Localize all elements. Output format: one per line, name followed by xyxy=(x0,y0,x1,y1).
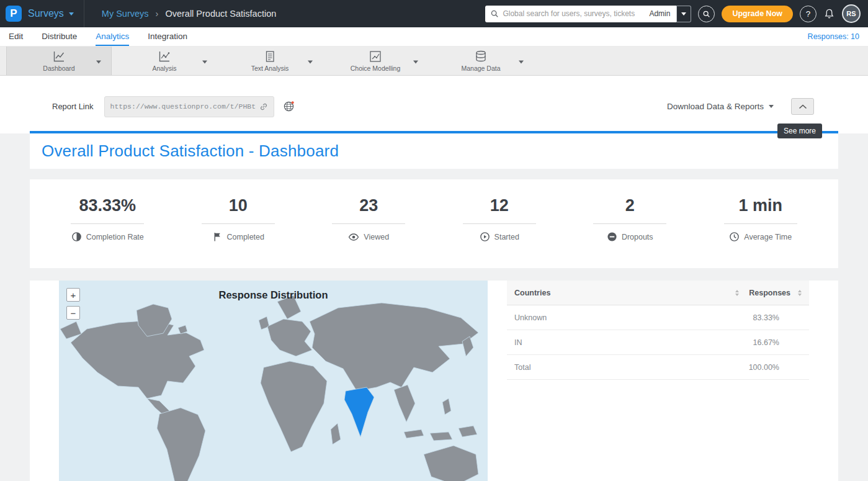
toolbar-tab-choice-modelling[interactable]: Choice Modelling xyxy=(323,47,428,75)
text-analysis-dropdown[interactable] xyxy=(305,54,315,68)
stat-dropouts: 2 Dropouts xyxy=(565,196,696,268)
column-header-responses[interactable]: Responses xyxy=(749,289,790,297)
table-row: Unknown 83.33% xyxy=(507,305,809,330)
nav-item-analytics[interactable]: Analytics xyxy=(96,27,129,46)
breadcrumb: My Surveys › Overall Product Satisfactio… xyxy=(102,9,277,19)
help-button[interactable]: ? xyxy=(800,6,817,22)
map-zoom-controls: + − xyxy=(66,288,80,320)
search-scope-label[interactable]: Admin xyxy=(649,9,671,18)
divider xyxy=(71,223,144,224)
stat-started: 12 Started xyxy=(434,196,565,268)
search-icon xyxy=(702,10,710,18)
global-search-input[interactable] xyxy=(503,9,645,18)
manage-data-dropdown[interactable] xyxy=(516,54,526,68)
search-icon xyxy=(490,9,499,18)
download-data-reports-menu[interactable]: Download Data & Reports xyxy=(667,102,774,111)
zoom-out-button[interactable]: − xyxy=(66,306,80,320)
stat-value: 12 xyxy=(434,196,565,215)
country-cell: IN xyxy=(514,338,522,347)
countries-table-header: Countries Responses xyxy=(507,281,809,305)
divider xyxy=(332,223,405,224)
chevron-down-icon xyxy=(202,61,207,64)
responses-cell: 83.33% xyxy=(753,313,779,322)
custom-domain-globe-icon[interactable] xyxy=(283,101,295,112)
manage-data-database-icon xyxy=(474,50,488,63)
divider xyxy=(463,223,536,224)
toolbar-tab-text-analysis[interactable]: Text Analysis xyxy=(217,47,323,75)
analysis-chart-icon xyxy=(158,50,171,63)
nav-item-distribute[interactable]: Distribute xyxy=(42,27,77,46)
dropouts-minus-icon xyxy=(607,232,617,242)
tab-label: Manage Data xyxy=(461,65,500,72)
collapse-panel-button[interactable] xyxy=(791,98,814,115)
download-data-reports-label: Download Data & Reports xyxy=(667,102,764,111)
world-map[interactable] xyxy=(59,281,488,481)
table-row: Total 100.00% xyxy=(507,355,809,380)
report-link-bar: Report Link https://www.questionpro.com/… xyxy=(0,76,868,133)
sort-icon[interactable] xyxy=(798,290,802,296)
responses-cell: 16.67% xyxy=(753,338,779,347)
questionpro-dashboard: { "topbar": { "logo_letter": "P", "app_n… xyxy=(0,0,868,481)
chevron-down-icon xyxy=(308,61,313,64)
advanced-search-button[interactable] xyxy=(698,6,715,22)
breadcrumb-current: Overall Product Satisfaction xyxy=(165,9,276,19)
report-url-text: https://www.questionpro.com/t/PHBt xyxy=(110,102,256,110)
stat-value: 2 xyxy=(565,196,696,215)
dashboard-dropdown[interactable] xyxy=(94,54,104,68)
surveys-menu[interactable]: Surveys xyxy=(22,0,84,27)
link-icon[interactable] xyxy=(259,102,269,112)
sort-icon[interactable] xyxy=(735,290,739,296)
completed-flag-icon xyxy=(212,232,223,242)
analysis-dropdown[interactable] xyxy=(200,54,210,68)
choice-modelling-icon xyxy=(369,50,382,63)
toolbar-tab-dashboard[interactable]: Dashboard xyxy=(6,47,112,75)
stat-label: Dropouts xyxy=(622,233,653,241)
avatar[interactable]: RS xyxy=(842,4,861,23)
viewed-eye-icon xyxy=(348,232,359,243)
toolbar-tab-analysis[interactable]: Analysis xyxy=(112,47,217,75)
stat-label: Viewed xyxy=(364,233,389,241)
country-cell: Unknown xyxy=(514,313,547,322)
stat-label: Average Time xyxy=(744,233,792,241)
breadcrumb-my-surveys[interactable]: My Surveys xyxy=(102,9,149,19)
divider xyxy=(724,223,797,224)
response-distribution-section: Response Distribution + − xyxy=(30,281,838,481)
tab-label: Choice Modelling xyxy=(351,65,401,72)
notifications-bell-icon[interactable] xyxy=(823,8,835,20)
chevron-up-icon xyxy=(799,104,807,109)
stat-completion-rate: 83.33% Completion Rate xyxy=(42,196,173,268)
nav-item-edit[interactable]: Edit xyxy=(9,27,23,46)
stat-value: 10 xyxy=(173,196,304,215)
report-url-field[interactable]: https://www.questionpro.com/t/PHBt xyxy=(104,96,274,117)
responses-count-badge: Responses: 10 xyxy=(808,32,859,41)
search-scope-dropdown[interactable] xyxy=(676,6,691,22)
upgrade-now-button[interactable]: Upgrade Now xyxy=(722,6,793,22)
questionpro-logo[interactable]: P xyxy=(6,6,22,22)
started-play-icon xyxy=(480,232,490,242)
world-map-widget[interactable]: Response Distribution + − xyxy=(59,281,488,481)
toolbar-tab-manage-data[interactable]: Manage Data xyxy=(428,47,534,75)
zoom-in-button[interactable]: + xyxy=(66,288,80,302)
map-country-india[interactable] xyxy=(344,387,374,437)
world-map-land xyxy=(60,295,478,481)
table-row: IN 16.67% xyxy=(507,330,809,355)
tab-label: Text Analysis xyxy=(251,65,289,72)
chevron-down-icon xyxy=(96,61,101,64)
survey-stats-card: 83.33% Completion Rate 10 Completed 23 xyxy=(30,179,838,268)
average-time-clock-icon xyxy=(729,232,740,242)
countries-table: Countries Responses Unknown 83.33% IN 16… xyxy=(507,281,809,481)
stat-average-time: 1 min Average Time xyxy=(696,196,826,268)
chevron-down-icon xyxy=(519,61,524,64)
survey-nav: Edit Distribute Analytics Integration Re… xyxy=(0,27,868,47)
divider xyxy=(593,223,666,224)
choice-modelling-dropdown[interactable] xyxy=(411,54,421,68)
report-actions: Download Data & Reports xyxy=(667,98,868,115)
surveys-menu-label: Surveys xyxy=(28,8,64,19)
nav-item-integration[interactable]: Integration xyxy=(148,27,187,46)
tab-label: Analysis xyxy=(152,65,176,72)
column-header-countries[interactable]: Countries xyxy=(514,289,550,297)
dashboard-chart-icon xyxy=(52,50,66,63)
stat-label: Started xyxy=(494,233,519,241)
report-link-label: Report Link xyxy=(52,102,93,111)
stat-viewed: 23 Viewed xyxy=(303,196,434,268)
